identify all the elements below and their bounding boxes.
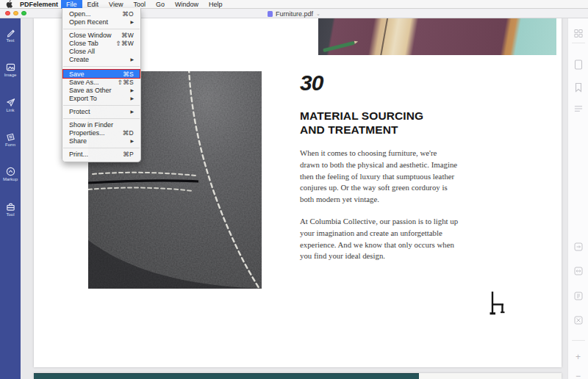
menu-item-show-in-finder[interactable]: Show in Finder <box>62 121 140 129</box>
paragraph-2[interactable]: At Columbia Collective, our passion is t… <box>300 216 459 262</box>
rail-separator <box>572 43 585 43</box>
heading-line-2: AND TREATMENT <box>300 123 459 137</box>
paper-plane-icon <box>6 98 15 107</box>
menu-separator <box>63 66 140 67</box>
fit-page-icon[interactable] <box>574 267 583 275</box>
zoom-button[interactable] <box>21 11 26 16</box>
menu-item-shortcut: ⌘W <box>121 32 134 40</box>
submenu-arrow-icon: ▶ <box>130 108 134 116</box>
menu-item-open[interactable]: Open... ⌘O <box>62 10 140 18</box>
menu-item-save-as[interactable]: Save As... ⇧⌘S <box>62 79 140 87</box>
menu-item-label: Show in Finder <box>69 121 113 129</box>
paragraph-1[interactable]: When it comes to choosing furniture, we'… <box>300 148 459 206</box>
menu-item-label: Open Recent <box>69 18 108 26</box>
file-menu-dropdown: Open... ⌘O Open Recent ▶ Close Window ⌘W… <box>62 8 141 162</box>
page-panel-icon[interactable] <box>574 59 583 70</box>
menu-item-label: Properties... <box>69 129 105 137</box>
menu-item-create[interactable]: Create ▶ <box>62 56 140 64</box>
menu-item-label: Save as Other <box>69 87 112 95</box>
menu-item-shortcut: ⇧⌘W <box>115 40 134 48</box>
menu-item-label: Export To <box>69 95 97 103</box>
menu-item-export-to[interactable]: Export To ▶ <box>62 95 140 103</box>
menu-bar-item-window[interactable]: Window <box>170 0 204 9</box>
next-pdf-page[interactable] <box>34 373 562 379</box>
annotation-list-icon[interactable] <box>573 105 583 112</box>
menu-item-label: Open... <box>69 10 91 18</box>
right-rail: + − <box>567 18 588 379</box>
window-controls <box>5 11 26 16</box>
submenu-arrow-icon: ▶ <box>130 56 134 64</box>
toolbar-item-label: Image <box>4 73 17 78</box>
menu-bar-item-edit[interactable]: Edit <box>82 0 104 9</box>
toolbar-item-label: Markup <box>3 177 18 182</box>
submenu-arrow-icon: ▶ <box>130 87 134 95</box>
submenu-arrow-icon: ▶ <box>130 18 134 26</box>
chair-glyph <box>490 292 506 318</box>
menu-separator <box>63 29 140 29</box>
article-heading[interactable]: MATERIAL SOURCING AND TREATMENT <box>300 109 459 137</box>
menu-item-print[interactable]: Print... ⌘P <box>62 151 140 159</box>
toolbar-item-markup[interactable]: Markup <box>0 167 21 182</box>
menu-item-label: Close All <box>69 48 95 56</box>
menu-item-label: Save <box>69 71 85 78</box>
toolbar-item-label: Text <box>6 38 14 43</box>
close-button[interactable] <box>5 11 10 16</box>
menu-item-shortcut: ⌘S <box>123 71 134 78</box>
menu-item-protect[interactable]: Protect ▶ <box>62 108 140 116</box>
apple-icon[interactable] <box>6 0 12 8</box>
menu-bar-item-help[interactable]: Help <box>204 0 228 9</box>
menu-item-save-as-other[interactable]: Save as Other ▶ <box>62 87 140 95</box>
submenu-arrow-icon: ▶ <box>130 95 134 103</box>
menu-bar-item-view[interactable]: View <box>104 0 128 9</box>
menu-item-share[interactable]: Share ▶ <box>62 137 140 145</box>
toolbar-item-form[interactable]: Form <box>0 132 21 148</box>
bookmark-panel-icon[interactable] <box>574 82 583 93</box>
actual-size-icon[interactable] <box>574 316 583 325</box>
menu-item-shortcut: ⌘O <box>122 10 134 18</box>
pencil-icon <box>6 28 15 37</box>
toolbar-item-image[interactable]: Image <box>0 62 21 78</box>
menu-separator <box>63 118 140 119</box>
menu-bar-app-name: PDFelement <box>20 1 58 8</box>
rail-separator <box>572 340 585 341</box>
menu-item-label: Close Tab <box>69 40 98 48</box>
menu-item-shortcut: ⇧⌘S <box>118 79 134 87</box>
menu-item-label: Create <box>69 56 89 64</box>
menu-separator <box>63 148 140 148</box>
menu-item-open-recent[interactable]: Open Recent ▶ <box>62 18 140 26</box>
toolbar-item-tool[interactable]: Tool <box>0 202 21 217</box>
heading-line-1: MATERIAL SOURCING <box>300 109 459 123</box>
toolbar-item-link[interactable]: Link <box>0 98 21 113</box>
toolbar-item-text[interactable]: Text <box>0 28 21 43</box>
thumbnail-panel-icon[interactable] <box>573 29 583 38</box>
menu-bar-item-tool[interactable]: Tool <box>128 0 151 9</box>
menu-item-label: Close Window <box>69 32 112 40</box>
image-icon <box>6 62 15 72</box>
next-page-teal-band <box>34 373 419 379</box>
toolbar-item-label: Link <box>6 108 14 113</box>
menu-item-label: Share <box>69 137 87 145</box>
page-number[interactable]: 30 <box>300 71 459 95</box>
markup-icon <box>6 167 15 176</box>
menu-item-label: Protect <box>69 108 90 116</box>
zoom-in-button[interactable]: + <box>576 353 581 361</box>
menu-item-shortcut: ⌘D <box>123 129 134 137</box>
tab-title: Furniture.pdf <box>276 10 313 18</box>
menu-item-close-tab[interactable]: Close Tab ⇧⌘W <box>62 40 140 48</box>
menu-item-properties[interactable]: Properties... ⌘D <box>62 129 140 137</box>
document-icon <box>268 11 273 17</box>
menu-bar-item-go[interactable]: Go <box>151 0 170 9</box>
zoom-out-button[interactable]: − <box>576 372 581 379</box>
fit-width-icon[interactable] <box>574 242 583 251</box>
pencil-prop <box>323 41 355 52</box>
chevron-down-icon[interactable]: ⌄ <box>316 11 320 17</box>
menu-item-close-window[interactable]: Close Window ⌘W <box>62 32 140 40</box>
single-page-icon[interactable] <box>574 292 583 300</box>
menu-item-save[interactable]: Save ⌘S <box>62 69 140 79</box>
minimize-button[interactable] <box>13 11 18 16</box>
article-text-block[interactable]: 30 MATERIAL SOURCING AND TREATMENT When … <box>300 71 459 262</box>
menu-item-label: Save As... <box>69 79 99 87</box>
menu-item-close-all[interactable]: Close All <box>62 48 140 56</box>
menu-bar-item-file[interactable]: File <box>61 0 82 9</box>
fabric-swatches-image[interactable] <box>318 18 556 55</box>
